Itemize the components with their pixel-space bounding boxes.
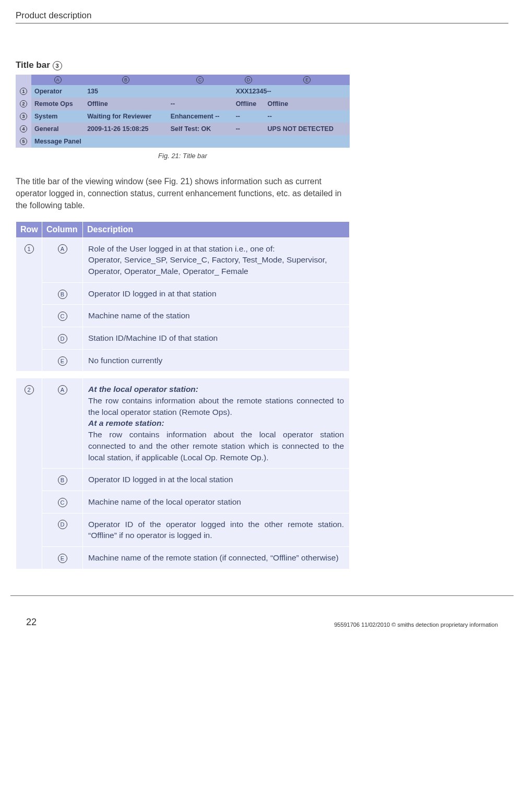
row-5-badge: 5 xyxy=(20,138,27,145)
cell: -- xyxy=(233,110,265,123)
desc-cell: Machine name of the remote station (if c… xyxy=(83,546,350,569)
col-badge: B xyxy=(58,475,67,485)
title-bar-figure: A B C D E 1 Operator 135 XXX12345-- 2 Re… xyxy=(16,75,350,148)
description-table: Row Column Description 1 A Role of the U… xyxy=(16,221,350,569)
row-1-badge: 1 xyxy=(20,88,27,95)
table-row: D Operator ID of the operator logged int… xyxy=(16,513,350,546)
col-badge: E xyxy=(58,554,67,563)
spacer-row xyxy=(16,372,350,378)
table-row: B Operator ID logged in at the local sta… xyxy=(16,469,350,491)
cell: Enhancement -- xyxy=(168,110,233,123)
titlebar-column-header: A B C D E xyxy=(16,75,350,85)
section-title: Title bar 3 xyxy=(16,60,508,70)
desc-cell: Machine name of the local operator stati… xyxy=(83,491,350,513)
desc-cell: At the local operator station: The row c… xyxy=(83,378,350,469)
col-A-badge: A xyxy=(54,76,62,83)
page-number: 22 xyxy=(26,617,37,628)
desc-cell: Role of the User logged in at that stati… xyxy=(83,237,350,282)
page-header: Product description xyxy=(16,10,508,23)
cell: -- xyxy=(168,98,233,110)
table-row: 2 A At the local operator station: The r… xyxy=(16,378,350,469)
row-3-badge: 3 xyxy=(20,113,27,120)
row-2-badge: 2 xyxy=(20,100,27,108)
col-badge: D xyxy=(58,334,67,343)
cell: System xyxy=(31,110,84,123)
titlebar-row-4: 4 General 2009-11-26 15:08:25 Self Test:… xyxy=(16,123,350,135)
subhead: At a remote station: xyxy=(88,419,164,427)
col-B-badge: B xyxy=(122,76,129,83)
desc-cell: Machine name of the station xyxy=(83,305,350,327)
titlebar-row-3: 3 System Waiting for Reviewer Enhancemen… xyxy=(16,110,350,123)
col-D-badge: D xyxy=(245,76,252,83)
desc-cell: Operator ID logged in at the local stati… xyxy=(83,469,350,491)
cell: Offline xyxy=(265,98,350,110)
head-row: Row xyxy=(16,221,42,237)
cell: Self Test: OK xyxy=(168,123,233,135)
titlebar-row-2: 2 Remote Ops Offline -- Offline Offline xyxy=(16,98,350,110)
cell: General xyxy=(31,123,84,135)
description-header-row: Row Column Description xyxy=(16,221,350,237)
col-C-badge: C xyxy=(196,76,204,83)
cell: Offline xyxy=(233,98,265,110)
figure-caption: Fig. 21: Title bar xyxy=(16,152,350,160)
col-E-badge: E xyxy=(303,76,311,83)
row-badge: 2 xyxy=(25,385,34,395)
cell: UPS NOT DETECTED xyxy=(265,123,350,135)
cell: 2009-11-26 15:08:25 xyxy=(84,123,168,135)
cell: XXX12345-- xyxy=(233,85,350,98)
cell: Offline xyxy=(84,98,168,110)
titlebar-row-1: 1 Operator 135 XXX12345-- xyxy=(16,85,350,98)
desc-cell: Operator ID of the operator logged into … xyxy=(83,513,350,546)
head-desc: Description xyxy=(83,221,350,237)
table-row: E No function currently xyxy=(16,349,350,372)
head-col: Column xyxy=(42,221,83,237)
desc-cell: Station ID/Machine ID of that station xyxy=(83,327,350,350)
row-badge: 1 xyxy=(25,244,34,254)
col-badge: A xyxy=(58,244,67,254)
subtext: The row contains information about the r… xyxy=(88,396,344,416)
subtext: The row contains information about the l… xyxy=(88,430,344,461)
table-row: 1 A Role of the User logged in at that s… xyxy=(16,237,350,282)
col-badge: E xyxy=(58,356,67,366)
cell: Waiting for Reviewer xyxy=(84,110,168,123)
table-row: B Operator ID logged in at that station xyxy=(16,282,350,305)
table-row: E Machine name of the remote station (if… xyxy=(16,546,350,569)
cell: -- xyxy=(233,123,265,135)
section-title-text: Title bar xyxy=(16,60,53,70)
col-badge: A xyxy=(58,385,67,395)
desc-cell: Operator ID logged in at that station xyxy=(83,282,350,305)
intro-paragraph: The title bar of the viewing window (see… xyxy=(16,175,350,212)
cell: Message Panel xyxy=(31,135,350,148)
col-badge: B xyxy=(58,290,67,299)
subhead: At the local operator station: xyxy=(88,385,198,393)
page-footer: 22 95591706 11/02/2010 © smiths detectio… xyxy=(10,595,514,637)
cell: -- xyxy=(265,110,350,123)
copyright: 95591706 11/02/2010 © smiths detection p… xyxy=(334,622,498,628)
cell: Operator xyxy=(31,85,84,98)
row-4-badge: 4 xyxy=(20,125,27,133)
title-number-badge: 3 xyxy=(53,61,62,70)
titlebar-row-5: 5 Message Panel xyxy=(16,135,350,148)
cell xyxy=(168,85,233,98)
cell: 135 xyxy=(84,85,168,98)
col-badge: C xyxy=(58,498,67,507)
cell: Remote Ops xyxy=(31,98,84,110)
desc-cell: No function currently xyxy=(83,349,350,372)
table-row: C Machine name of the local operator sta… xyxy=(16,491,350,513)
table-row: C Machine name of the station xyxy=(16,305,350,327)
col-badge: D xyxy=(58,520,67,529)
col-badge: C xyxy=(58,312,67,321)
table-row: D Station ID/Machine ID of that station xyxy=(16,327,350,350)
